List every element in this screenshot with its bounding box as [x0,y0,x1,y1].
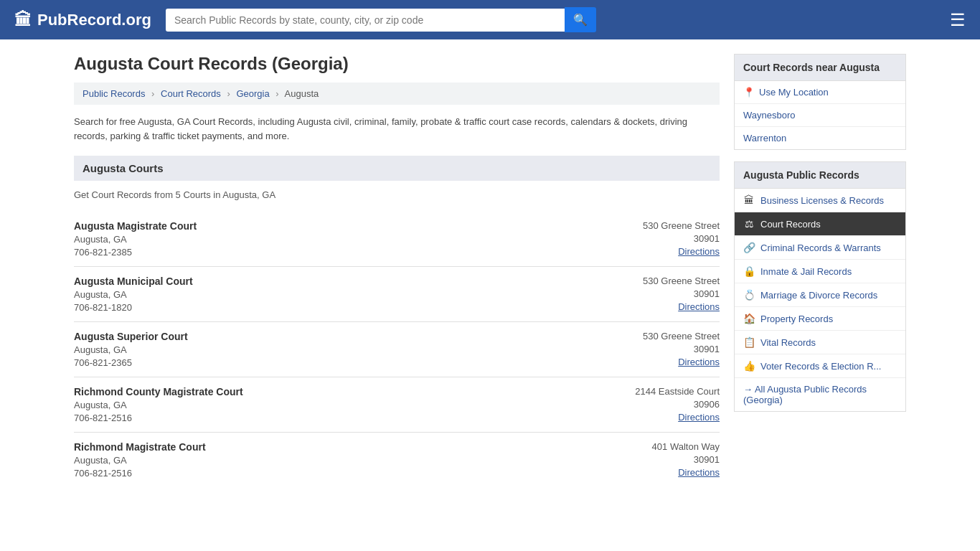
all-records-link[interactable]: → All Augusta Public Records (Georgia) [743,384,867,405]
use-my-location-label: Use My Location [759,87,829,98]
directions-link[interactable]: Directions [678,467,720,478]
court-name: Richmond Magistrate Court [74,441,206,453]
site-header: 🏛 PubRecord.org 🔍 ☰ [0,0,980,39]
court-name: Augusta Municipal Court [74,276,193,287]
record-link[interactable]: Property Records [760,314,833,324]
court-address: 530 Greene Street 30901 Directions [643,276,720,313]
courts-section-header: Augusta Courts [74,156,720,181]
hamburger-icon: ☰ [950,10,966,29]
court-entry: Richmond County Magistrate Court Augusta… [74,377,720,433]
record-item[interactable]: 🏠 Property Records [735,307,905,331]
nearby-city-link[interactable]: Waynesboro [743,110,796,121]
record-link[interactable]: Marriage & Divorce Records [760,290,877,301]
record-item[interactable]: ⚖ Court Records [735,212,905,236]
records-items-container: 🏛 Business Licenses & Records ⚖ Court Re… [735,189,905,377]
search-button[interactable]: 🔍 [565,7,596,32]
court-info: Augusta Superior Court Augusta, GA 706-8… [74,331,188,368]
court-city: Augusta, GA [74,234,197,245]
breadcrumb-sep-2: › [227,88,230,99]
court-info: Richmond County Magistrate Court Augusta… [74,386,243,423]
courts-list: Augusta Magistrate Court Augusta, GA 706… [74,212,720,487]
use-my-location[interactable]: 📍 Use My Location [735,81,905,104]
main-content: Augusta Court Records (Georgia) Public R… [74,54,720,487]
court-phone: 706-821-1820 [74,302,193,313]
court-phone: 706-821-2365 [74,357,188,368]
search-bar: 🔍 [166,7,596,32]
court-zip: 30901 [643,233,720,244]
page-title: Augusta Court Records (Georgia) [74,54,720,74]
records-list: Augusta Public Records 🏛 Business Licens… [734,161,906,412]
directions-link[interactable]: Directions [678,246,720,257]
court-info: Augusta Magistrate Court Augusta, GA 706… [74,220,197,258]
court-city: Augusta, GA [74,400,243,410]
court-street: 530 Greene Street [643,276,720,286]
record-item[interactable]: 🏛 Business Licenses & Records [735,189,905,212]
site-logo[interactable]: 🏛 PubRecord.org [14,10,151,30]
court-city: Augusta, GA [74,344,188,355]
court-address: 530 Greene Street 30901 Directions [643,220,720,258]
nearby-list: Court Records near Augusta 📍 Use My Loca… [734,54,906,150]
court-name: Richmond County Magistrate Court [74,386,243,397]
hamburger-button[interactable]: ☰ [950,10,966,30]
record-icon: 📋 [743,336,755,348]
breadcrumb-link-public-records[interactable]: Public Records [83,88,145,99]
court-name: Augusta Superior Court [74,331,188,342]
court-zip: 30901 [643,344,720,354]
location-icon: 📍 [743,87,755,98]
directions-link[interactable]: Directions [678,301,720,312]
court-city: Augusta, GA [74,455,206,466]
court-city: Augusta, GA [74,289,193,300]
record-icon: 🔗 [743,242,755,253]
page-description: Search for free Augusta, GA Court Record… [74,115,720,143]
court-info: Augusta Municipal Court Augusta, GA 706-… [74,276,193,313]
record-icon: 🔒 [743,265,755,277]
record-item[interactable]: 💍 Marriage & Divorce Records [735,283,905,307]
court-info: Richmond Magistrate Court Augusta, GA 70… [74,441,206,479]
directions-link[interactable]: Directions [678,412,720,423]
record-icon: 🏛 [743,194,755,206]
record-link[interactable]: Court Records [760,219,821,230]
court-entry: Augusta Superior Court Augusta, GA 706-8… [74,322,720,377]
directions-link[interactable]: Directions [678,357,720,367]
court-address: 2144 Eastside Court 30906 Directions [635,386,720,423]
court-phone: 706-821-2516 [74,413,243,423]
sidebar: Court Records near Augusta 📍 Use My Loca… [734,54,906,487]
court-street: 530 Greene Street [643,220,720,231]
record-item[interactable]: 🔒 Inmate & Jail Records [735,260,905,283]
record-link[interactable]: Inmate & Jail Records [760,266,852,277]
nearby-title: Court Records near Augusta [735,55,905,81]
record-link[interactable]: Business Licenses & Records [760,195,884,206]
record-link[interactable]: Voter Records & Election R... [760,361,881,372]
record-icon: 👍 [743,360,755,372]
court-entry: Richmond Magistrate Court Augusta, GA 70… [74,433,720,487]
courts-count: Get Court Records from 5 Courts in Augus… [74,189,720,200]
record-link[interactable]: Criminal Records & Warrants [760,242,881,253]
main-container: Augusta Court Records (Georgia) Public R… [60,39,920,501]
record-icon: 🏠 [743,313,755,324]
nearby-city-link[interactable]: Warrenton [743,133,786,143]
all-records-item[interactable]: → All Augusta Public Records (Georgia) [735,377,905,411]
nearby-city-item[interactable]: Waynesboro [735,104,905,127]
court-address: 401 Walton Way 30901 Directions [652,441,720,479]
court-entry: Augusta Magistrate Court Augusta, GA 706… [74,212,720,267]
court-street: 401 Walton Way [652,441,720,452]
record-item[interactable]: 📋 Vital Records [735,331,905,354]
court-entry: Augusta Municipal Court Augusta, GA 706-… [74,267,720,322]
search-icon: 🔍 [573,14,588,26]
record-item[interactable]: 👍 Voter Records & Election R... [735,354,905,377]
record-item[interactable]: 🔗 Criminal Records & Warrants [735,236,905,260]
breadcrumb-sep-1: › [151,88,154,99]
court-phone: 706-821-2385 [74,247,197,258]
record-link[interactable]: Vital Records [760,337,816,348]
breadcrumb-link-court-records[interactable]: Court Records [161,88,221,99]
nearby-city-item[interactable]: Warrenton [735,127,905,149]
breadcrumb-sep-3: › [275,88,278,99]
record-icon: 💍 [743,289,755,301]
court-zip: 30901 [652,454,720,465]
nearby-cities-container: WaynesboroWarrenton [735,104,905,149]
search-input[interactable] [166,9,565,32]
court-name: Augusta Magistrate Court [74,220,197,232]
court-phone: 706-821-2516 [74,468,206,479]
court-street: 530 Greene Street [643,331,720,342]
breadcrumb-link-georgia[interactable]: Georgia [236,88,269,99]
